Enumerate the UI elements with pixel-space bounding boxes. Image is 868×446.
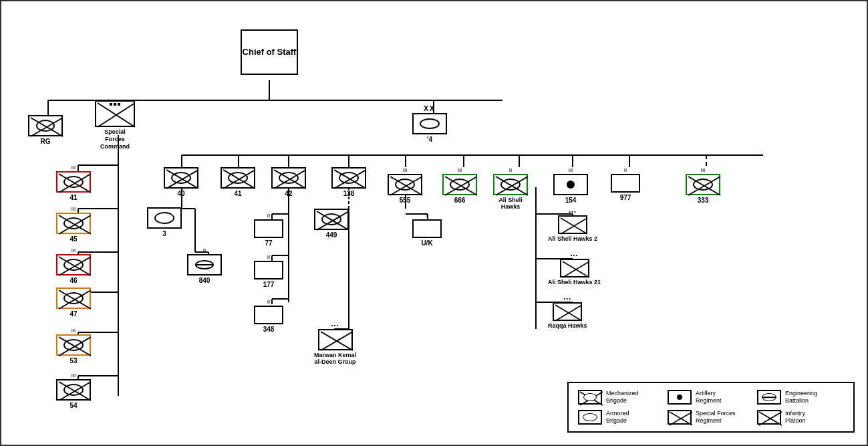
unit-45-orange: III 45 (56, 206, 91, 243)
unit-ali-sheli-hawks-21: ••• Ali Sheli Hawks 21 (548, 252, 601, 286)
unit-41b: 41 (221, 167, 255, 197)
unit-348: II 348 (254, 299, 283, 333)
unit-46-red: III 46 (56, 247, 91, 284)
legend-armored-brigade: ArmoredBrigade (578, 410, 665, 425)
page: Chief of Staff RG SpecialForcesCommand X… (0, 0, 868, 446)
unit-138: 138 (331, 167, 366, 197)
legend-mech-brigade: MechanizedBrigade (578, 390, 665, 405)
unit-840: II 840 (187, 247, 222, 284)
unit-449: 449 (314, 209, 349, 239)
chief-of-staff-box: Chief of Staff (241, 29, 298, 75)
legend-sf-regiment: Special ForcesRegiment (668, 410, 754, 425)
unit-marwan: ••• Marwan Kemalal-Deen Group (314, 322, 356, 365)
unit-rg: RG (28, 114, 63, 145)
unit-53-orange: III 53 (56, 328, 91, 364)
legend: MechanizedBrigade ArtilleryRegiment Engi… (567, 382, 855, 433)
legend-arty-regiment: ArtilleryRegiment (668, 390, 754, 405)
unit-333-green: III 333 (686, 167, 720, 204)
unit-special-forces-command: SpecialForcesCommand (95, 100, 135, 150)
unit-uk: II U/K (412, 213, 442, 247)
unit-raqqa-hawks: ••• Raqqa Hawks (548, 296, 587, 329)
unit-42: 42 (271, 167, 306, 197)
unit-corps-4: XX '4 (412, 105, 447, 143)
unit-154: III 154 (553, 167, 588, 204)
unit-666-green: III 666 (442, 167, 477, 204)
unit-977: II 977 (611, 167, 640, 201)
unit-177: II 177 (254, 254, 283, 288)
legend-inf-platoon: InfantryPlatoon (757, 410, 844, 425)
unit-40: 40 (164, 167, 198, 197)
unit-77: II 77 (254, 213, 283, 247)
legend-eng-battalion: EngineeringBattalion (757, 390, 844, 405)
unit-3: 3 (147, 207, 182, 237)
unit-54: III 54 (56, 372, 91, 409)
unit-ali-sheli-hawks: II Ali SheliHawks (493, 167, 528, 210)
unit-41-red: III 41 (56, 164, 91, 201)
unit-555: III 555 (388, 167, 422, 204)
unit-ali-sheli-hawks-2: ••• Ali Sheli Hawks 2 (548, 209, 597, 242)
unit-47-orange: 47 (56, 288, 91, 318)
